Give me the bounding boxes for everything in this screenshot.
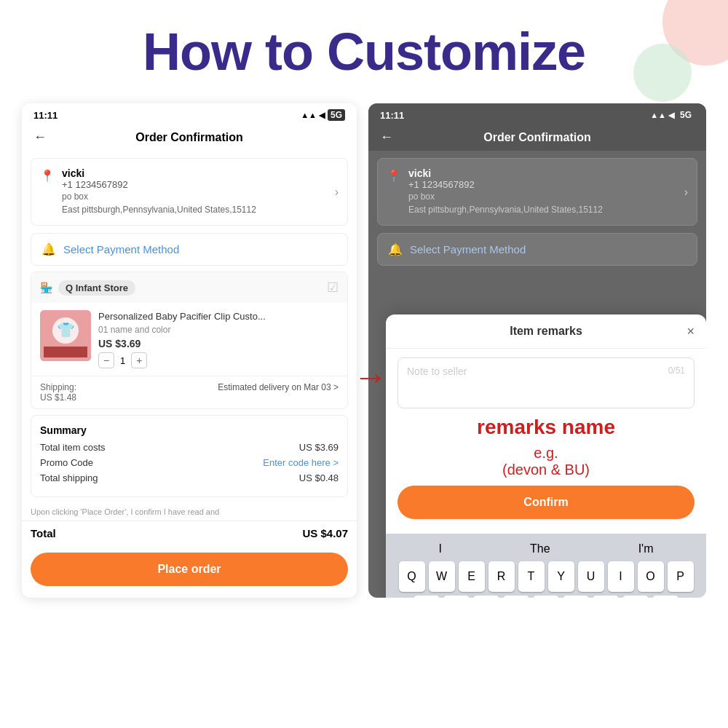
red-arrow: ← bbox=[353, 357, 388, 397]
right-address-chevron: › bbox=[684, 186, 688, 199]
left-qty-controls: − 1 + bbox=[98, 352, 339, 368]
right-nav-title: Order Confirmation bbox=[483, 131, 591, 144]
left-address-location: East pittsburgh,Pennsylvania,United Stat… bbox=[62, 203, 328, 216]
remarks-header: Item remarks × bbox=[386, 314, 706, 349]
right-address-name: vicki bbox=[408, 167, 677, 179]
remarks-content: Note to seller 0/51 remarks name e.g. (d… bbox=[386, 349, 706, 534]
qty-decrease-button[interactable]: − bbox=[98, 352, 114, 368]
qty-increase-button[interactable]: + bbox=[131, 352, 147, 368]
left-item-cost-value: US $3.69 bbox=[299, 442, 339, 453]
left-product-price: US $3.69 bbox=[98, 338, 339, 349]
left-payment-row[interactable]: 🔔 Select Payment Method bbox=[31, 233, 348, 266]
left-qty-value: 1 bbox=[120, 355, 125, 366]
left-summary-title: Summary bbox=[40, 424, 339, 436]
left-promo-label: Promo Code bbox=[40, 457, 93, 468]
left-store-name: Q Infant Store bbox=[58, 280, 135, 296]
left-address-name: vicki bbox=[62, 167, 328, 179]
left-total-shipping-value: US $0.48 bbox=[299, 472, 339, 483]
right-address-info: vicki +1 1234567892 po box East pittsbur… bbox=[408, 167, 677, 216]
remarks-char-count: 0/51 bbox=[668, 365, 685, 376]
left-payment-text: Select Payment Method bbox=[63, 243, 179, 256]
remarks-input-area[interactable]: Note to seller 0/51 bbox=[397, 357, 695, 408]
key-i[interactable]: I bbox=[608, 561, 634, 592]
right-nav-bar: ← Order Confirmation bbox=[368, 124, 706, 151]
keyboard-suggestions: I The I'm bbox=[389, 539, 703, 561]
right-status-bar: 11:11 ▲▲ ◀ 5G bbox=[368, 103, 706, 124]
left-phone-screen: 11:11 ▲▲ ◀ 5G ← Order Confirmation 📍 vic… bbox=[22, 103, 357, 598]
left-back-button[interactable]: ← bbox=[33, 130, 47, 145]
remarks-close-button[interactable]: × bbox=[687, 324, 695, 339]
key-t[interactable]: T bbox=[518, 561, 545, 592]
keyboard-row-1: Q W E R T Y U I O P bbox=[389, 561, 703, 592]
right-back-button[interactable]: ← bbox=[380, 130, 393, 145]
left-disclaimer: Upon clicking 'Place Order', I confirm I… bbox=[22, 503, 357, 521]
store-note-icon[interactable]: ☑ bbox=[327, 280, 339, 296]
left-shipping-delivery: Estimated delivery on Mar 03 > bbox=[218, 382, 339, 403]
left-product-row: 👕 Personalized Baby Pacifier Clip Custo.… bbox=[31, 303, 347, 376]
remarks-placeholder: Note to seller bbox=[407, 365, 467, 377]
left-product-variant: 01 name and color bbox=[98, 325, 339, 335]
left-address-phone: +1 1234567892 bbox=[62, 179, 328, 190]
left-address-info: vicki +1 1234567892 po box East pittsbur… bbox=[62, 167, 328, 216]
remarks-title: Item remarks bbox=[510, 325, 582, 338]
left-shipping-cost: US $1.48 bbox=[40, 392, 76, 403]
key-h[interactable]: H bbox=[563, 596, 589, 598]
key-g[interactable]: G bbox=[533, 596, 559, 598]
key-u[interactable]: U bbox=[578, 561, 604, 592]
key-l[interactable]: L bbox=[652, 596, 678, 598]
key-p[interactable]: P bbox=[668, 561, 694, 592]
location-icon: 📍 bbox=[40, 169, 55, 183]
confirm-button[interactable]: Confirm bbox=[397, 486, 695, 519]
page-title: How to Customize bbox=[0, 0, 728, 96]
right-status-time: 11:11 bbox=[380, 110, 404, 121]
left-summary-shipping: Total shipping US $0.48 bbox=[40, 472, 339, 483]
right-address-phone: +1 1234567892 bbox=[408, 179, 677, 190]
left-promo-link[interactable]: Enter code here > bbox=[263, 457, 339, 468]
remarks-annotation-name: remarks name bbox=[397, 414, 695, 440]
key-q[interactable]: Q bbox=[399, 561, 425, 592]
left-shipping-label: Shipping: bbox=[40, 382, 76, 392]
bg-circle-mint bbox=[633, 44, 692, 102]
suggestion-i[interactable]: I bbox=[439, 542, 442, 555]
key-r[interactable]: R bbox=[488, 561, 515, 592]
keyboard: I The I'm Q W E R T Y U I O P bbox=[386, 534, 706, 598]
right-address-box: po box bbox=[408, 190, 677, 203]
left-address-card[interactable]: 📍 vicki +1 1234567892 po box East pittsb… bbox=[31, 158, 348, 226]
key-y[interactable]: Y bbox=[548, 561, 574, 592]
left-shipping-row: Shipping: US $1.48 Estimated delivery on… bbox=[31, 376, 347, 408]
svg-rect-3 bbox=[44, 347, 87, 357]
key-k[interactable]: K bbox=[622, 596, 649, 598]
address-chevron: › bbox=[335, 186, 339, 199]
key-j[interactable]: J bbox=[593, 596, 619, 598]
left-total-value: US $4.07 bbox=[302, 527, 348, 539]
right-payment-icon: 🔔 bbox=[388, 242, 403, 256]
key-s[interactable]: S bbox=[443, 596, 470, 598]
key-d[interactable]: D bbox=[473, 596, 499, 598]
right-address-location: East pittsburgh,Pennsylvania,United Stat… bbox=[408, 203, 677, 216]
left-nav-bar: ← Order Confirmation bbox=[22, 124, 357, 151]
item-remarks-popup: Item remarks × Note to seller 0/51 remar… bbox=[386, 314, 706, 598]
left-shipping-left: Shipping: US $1.48 bbox=[40, 382, 76, 403]
right-status-icons: ▲▲ ◀ 5G bbox=[650, 109, 695, 121]
key-o[interactable]: O bbox=[638, 561, 664, 592]
left-address-box: po box bbox=[62, 190, 328, 203]
key-a[interactable]: A bbox=[414, 596, 440, 598]
suggestion-im[interactable]: I'm bbox=[638, 542, 654, 555]
suggestion-the[interactable]: The bbox=[530, 542, 550, 555]
right-address-card[interactable]: 📍 vicki +1 1234567892 po box East pittsb… bbox=[377, 158, 697, 226]
payment-icon: 🔔 bbox=[41, 242, 56, 256]
left-status-icons: ▲▲ ◀ 5G bbox=[301, 109, 345, 121]
key-f[interactable]: F bbox=[503, 596, 529, 598]
left-summary-promo: Promo Code Enter code here > bbox=[40, 457, 339, 468]
key-w[interactable]: W bbox=[429, 561, 455, 592]
left-product-info: Personalized Baby Pacifier Clip Custo...… bbox=[98, 310, 339, 368]
left-store-section: 🏪 Q Infant Store ☑ 👕 Personalized Baby P… bbox=[31, 272, 348, 409]
svg-text:👕: 👕 bbox=[57, 321, 75, 339]
store-icon: 🏪 bbox=[40, 282, 52, 293]
keyboard-row-2: A S D F G H J K L bbox=[389, 596, 703, 598]
left-summary-section: Summary Total item costs US $3.69 Promo … bbox=[31, 415, 348, 497]
left-summary-items: Total item costs US $3.69 bbox=[40, 442, 339, 453]
left-total-row: Total US $4.07 bbox=[22, 521, 357, 545]
place-order-button[interactable]: Place order bbox=[31, 553, 348, 586]
key-e[interactable]: E bbox=[459, 561, 485, 592]
